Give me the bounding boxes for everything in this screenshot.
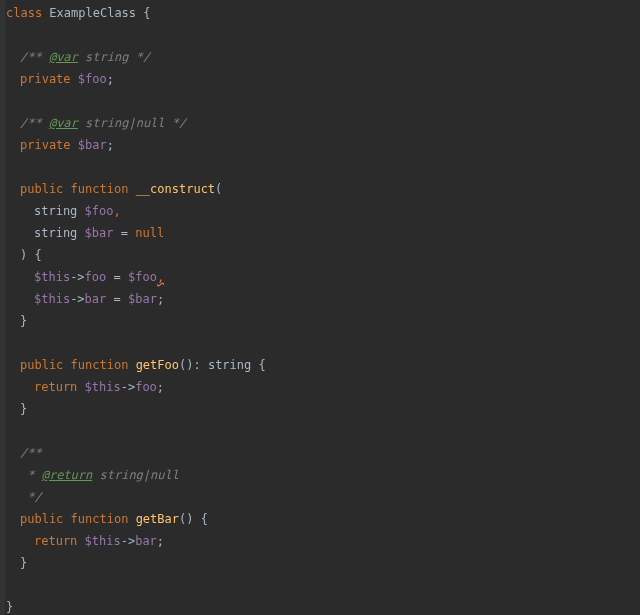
var-foo: $foo [128, 266, 157, 288]
type-hint: string [34, 222, 77, 244]
doc-star: * [20, 464, 34, 486]
code-line[interactable]: private $bar; [6, 134, 640, 156]
keyword-function: function [71, 508, 129, 530]
this: $this [34, 266, 70, 288]
return-type: string [208, 354, 251, 376]
code-line[interactable] [6, 90, 640, 112]
colon: : [193, 354, 200, 376]
this: $this [85, 530, 121, 552]
code-line[interactable] [6, 332, 640, 354]
var-bar: $bar [78, 134, 107, 156]
paren-close: ) [20, 244, 27, 266]
code-line[interactable]: ) { [6, 244, 640, 266]
keyword-function: function [71, 178, 129, 200]
brace-close: } [20, 552, 27, 574]
paren-close: ) [186, 508, 193, 530]
doc-star [20, 486, 27, 508]
arrow: -> [70, 266, 84, 288]
comma: , [114, 200, 121, 222]
keyword-public: public [20, 178, 63, 200]
type-hint: string [34, 200, 77, 222]
doc-end: */ [172, 112, 186, 134]
doc-start: /** [20, 442, 42, 464]
arrow: -> [121, 530, 135, 552]
code-line[interactable]: } [6, 310, 640, 332]
code-line[interactable]: */ [6, 486, 640, 508]
code-line[interactable]: } [6, 552, 640, 574]
brace-open: { [201, 508, 208, 530]
return-tag: @return [42, 464, 93, 486]
doc-end: */ [27, 486, 41, 508]
keyword-public: public [20, 508, 63, 530]
code-line[interactable]: public function __construct( [6, 178, 640, 200]
prop-bar: bar [135, 530, 157, 552]
code-editor[interactable]: class ExampleClass { /** @var string */ … [0, 0, 640, 615]
paren-open: ( [179, 354, 186, 376]
code-line[interactable]: public function getFoo(): string { [6, 354, 640, 376]
code-line[interactable]: class ExampleClass { [6, 2, 640, 24]
code-line[interactable]: string $foo, [6, 200, 640, 222]
code-line[interactable] [6, 420, 640, 442]
code-line[interactable]: } [6, 596, 640, 615]
code-line[interactable]: return $this->bar; [6, 530, 640, 552]
null-keyword: null [135, 222, 164, 244]
prop-bar: bar [85, 288, 107, 310]
type-null: null [136, 112, 165, 134]
code-line[interactable]: string $bar = null [6, 222, 640, 244]
param-foo: $foo [85, 200, 114, 222]
code-line[interactable]: } [6, 398, 640, 420]
semicolon: ; [157, 376, 164, 398]
keyword-private: private [20, 134, 71, 156]
keyword-return: return [34, 530, 77, 552]
type-string: string [100, 464, 143, 486]
code-line[interactable]: * @return string|null [6, 464, 640, 486]
semicolon: ; [107, 134, 114, 156]
param-bar: $bar [85, 222, 114, 244]
type-string: string [85, 46, 128, 68]
prop-foo: foo [135, 376, 157, 398]
brace-close: } [20, 310, 27, 332]
class-name: ExampleClass [49, 2, 136, 24]
brace-close: } [6, 596, 13, 615]
brace-open: { [143, 2, 150, 24]
code-line[interactable]: /** [6, 442, 640, 464]
code-line[interactable]: return $this->foo; [6, 376, 640, 398]
this: $this [34, 288, 70, 310]
brace-open: { [259, 354, 266, 376]
code-line[interactable]: private $foo; [6, 68, 640, 90]
comma-error: , [157, 266, 164, 288]
var-tag: @var [49, 112, 78, 134]
code-line[interactable] [6, 24, 640, 46]
this: $this [85, 376, 121, 398]
keyword-class: class [6, 2, 42, 24]
code-line[interactable]: $this->foo = $foo, [6, 266, 640, 288]
fn-getBar: getBar [136, 508, 179, 530]
keyword-function: function [71, 354, 129, 376]
var-bar: $bar [128, 288, 157, 310]
equals: = [121, 222, 128, 244]
code-line[interactable]: $this->bar = $bar; [6, 288, 640, 310]
arrow: -> [121, 376, 135, 398]
paren-open: ( [215, 178, 222, 200]
code-line[interactable] [6, 574, 640, 596]
brace-open: { [34, 244, 41, 266]
paren-close: ) [186, 354, 193, 376]
semicolon: ; [157, 288, 164, 310]
arrow: -> [70, 288, 84, 310]
brace-close: } [20, 398, 27, 420]
semicolon: ; [157, 530, 164, 552]
type-pipe: | [143, 464, 150, 486]
keyword-public: public [20, 354, 63, 376]
code-line[interactable]: /** @var string */ [6, 46, 640, 68]
doc-start: /** [20, 46, 42, 68]
code-line[interactable]: /** @var string|null */ [6, 112, 640, 134]
gutter [0, 0, 5, 615]
type-null: null [150, 464, 179, 486]
doc-start: /** [20, 112, 42, 134]
doc-end: */ [136, 46, 150, 68]
code-line[interactable] [6, 156, 640, 178]
var-tag: @var [49, 46, 78, 68]
code-line[interactable]: public function getBar() { [6, 508, 640, 530]
type-pipe: | [128, 112, 135, 134]
prop-foo: foo [85, 266, 107, 288]
